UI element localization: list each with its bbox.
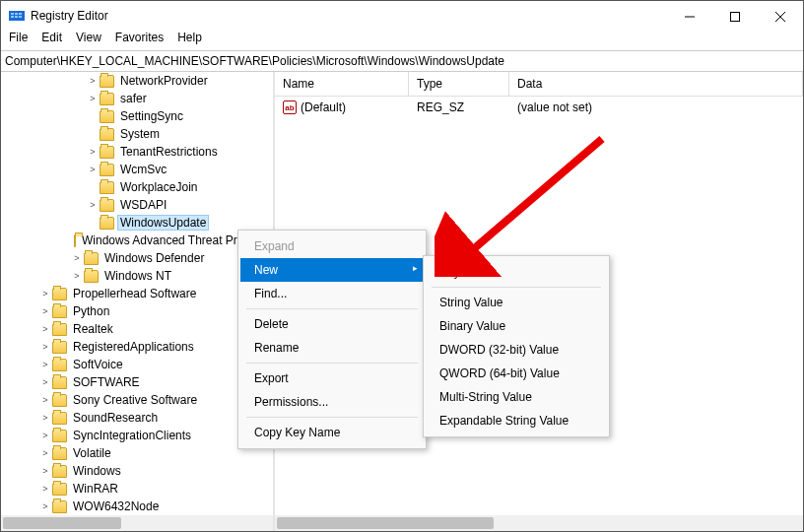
tree-node-label: SettingSync [118, 109, 185, 123]
tree-node[interactable]: >WinRAR [1, 480, 273, 498]
chevron-icon[interactable]: > [72, 253, 82, 263]
menu-item[interactable]: Expandable String Value [426, 409, 607, 432]
svg-rect-1 [11, 13, 14, 15]
tree-node[interactable]: WindowsUpdate [1, 214, 273, 232]
chevron-icon[interactable]: > [40, 431, 50, 440]
regedit-icon [9, 8, 25, 24]
tree-node[interactable]: System [1, 125, 273, 143]
folder-icon [52, 394, 67, 407]
folder-icon [52, 305, 67, 318]
menu-item[interactable]: Copy Key Name [240, 421, 424, 444]
menu-help[interactable]: Help [177, 31, 202, 50]
chevron-icon[interactable]: > [40, 413, 50, 423]
tree-node-label: SOFTWARE [71, 375, 142, 389]
chevron-icon[interactable]: > [40, 324, 50, 334]
folder-icon [52, 412, 67, 425]
tree-node[interactable]: >Windows Defender [1, 249, 273, 267]
folder-icon [52, 341, 67, 354]
menu-separator [246, 363, 418, 364]
chevron-icon[interactable]: > [40, 448, 50, 458]
menu-item[interactable]: QWORD (64-bit) Value [426, 362, 607, 385]
menu-favorites[interactable]: Favorites [115, 31, 164, 50]
tree-node[interactable]: WorkplaceJoin [1, 178, 273, 196]
tree-node[interactable]: Windows Advanced Threat Protection [1, 232, 273, 249]
tree-node-label: WOW6432Node [71, 499, 161, 513]
tree-node-label: Realtek [71, 322, 115, 336]
chevron-icon[interactable]: > [40, 484, 50, 494]
svg-rect-8 [731, 12, 740, 21]
svg-line-11 [464, 139, 602, 257]
menu-view[interactable]: View [76, 31, 101, 50]
value-name: (Default) [301, 100, 346, 114]
tree-node[interactable]: SettingSync [1, 107, 273, 125]
chevron-icon[interactable]: > [40, 501, 50, 511]
tree-node[interactable]: >TenantRestrictions [1, 143, 273, 161]
col-name[interactable]: Name [275, 72, 409, 96]
tree-node[interactable]: >Windows NT [1, 267, 273, 285]
tree-horizontal-scrollbar[interactable] [1, 515, 273, 531]
menu-item[interactable]: New [240, 258, 424, 282]
tree-node[interactable]: >WSDAPI [1, 196, 273, 214]
minimize-button[interactable] [667, 1, 712, 31]
menu-item[interactable]: Multi-String Value [426, 385, 607, 409]
tree-node[interactable]: >NetworkProvider [1, 72, 273, 90]
chevron-icon[interactable]: > [88, 200, 98, 210]
values-horizontal-scrollbar[interactable] [275, 515, 803, 531]
tree-node-label: WSDAPI [118, 198, 168, 212]
tree-node-label: Windows [71, 464, 123, 478]
folder-icon [100, 93, 114, 105]
chevron-icon[interactable]: > [88, 76, 98, 86]
chevron-icon[interactable]: > [40, 377, 50, 387]
menu-item[interactable]: DWORD (32-bit) Value [426, 338, 607, 362]
tree-node[interactable]: >WOW6432Node [1, 498, 273, 515]
tree-node-label: System [118, 127, 162, 141]
chevron-icon[interactable]: > [40, 466, 50, 476]
tree-node[interactable]: >SyncIntegrationClients [1, 427, 273, 444]
chevron-icon[interactable]: > [88, 147, 98, 157]
tree-node[interactable]: >Realtek [1, 320, 273, 338]
menu-item[interactable]: Binary Value [426, 314, 607, 338]
menu-item[interactable]: Delete [240, 312, 424, 336]
svg-rect-3 [19, 13, 22, 15]
menu-item[interactable]: String Value [426, 291, 607, 314]
maximize-button[interactable] [712, 1, 758, 31]
tree-node[interactable]: >SoundResearch [1, 409, 273, 427]
menu-edit[interactable]: Edit [41, 31, 62, 50]
chevron-icon[interactable]: > [72, 271, 82, 281]
address-text: Computer\HKEY_LOCAL_MACHINE\SOFTWARE\Pol… [5, 54, 799, 68]
chevron-icon[interactable]: > [40, 306, 50, 316]
value-data: (value not set) [509, 99, 600, 116]
tree-node[interactable]: >RegisteredApplications [1, 338, 273, 356]
context-submenu-new: KeyString ValueBinary ValueDWORD (32-bit… [423, 255, 610, 437]
menu-item[interactable]: Find... [240, 282, 424, 305]
folder-icon [52, 483, 67, 496]
tree-node[interactable]: >SoftVoice [1, 356, 273, 373]
close-button[interactable] [758, 1, 803, 31]
tree-node[interactable]: >Python [1, 302, 273, 320]
tree-node[interactable]: >safer [1, 90, 273, 107]
menu-item[interactable]: Rename [240, 336, 424, 360]
chevron-icon[interactable]: > [40, 360, 50, 369]
tree-node[interactable]: >Volatile [1, 444, 273, 462]
chevron-icon[interactable]: > [88, 94, 98, 103]
menu-item[interactable]: Permissions... [240, 390, 424, 414]
tree-node[interactable]: >Windows [1, 462, 273, 480]
folder-icon [100, 128, 114, 141]
menubar: File Edit View Favorites Help [1, 31, 803, 50]
address-bar[interactable]: Computer\HKEY_LOCAL_MACHINE\SOFTWARE\Pol… [1, 50, 803, 72]
chevron-icon[interactable]: > [40, 289, 50, 299]
col-type[interactable]: Type [409, 72, 509, 96]
folder-icon [100, 146, 114, 159]
folder-icon [52, 447, 67, 460]
chevron-icon[interactable]: > [40, 342, 50, 352]
menu-item[interactable]: Export [240, 366, 424, 390]
tree-node[interactable]: >SOFTWARE [1, 373, 273, 391]
col-data[interactable]: Data [509, 72, 803, 96]
tree-node[interactable]: >WcmSvc [1, 161, 273, 178]
tree-node[interactable]: >Sony Creative Software [1, 391, 273, 409]
chevron-icon[interactable]: > [88, 165, 98, 174]
chevron-icon[interactable]: > [40, 395, 50, 405]
tree-node[interactable]: >Propellerhead Software [1, 285, 273, 302]
value-row[interactable]: ab(Default)REG_SZ(value not set) [275, 97, 803, 118]
menu-file[interactable]: File [9, 31, 28, 50]
